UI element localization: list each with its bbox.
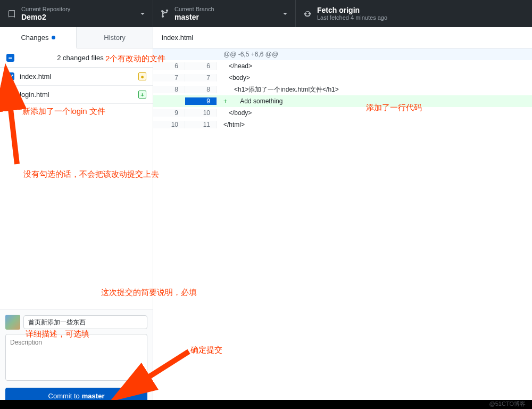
sidebar-tabs: Changes History xyxy=(0,27,153,48)
changed-files-count: 2 changed files xyxy=(14,54,146,62)
file-checkbox[interactable] xyxy=(6,72,14,80)
diff-area: index.html @@ -6,5 +6,6 @@ 6 6 </head> 7… xyxy=(153,27,532,409)
branch-label: Current Branch xyxy=(174,6,214,13)
diff-hunk-header: @@ -6,5 +6,6 @@ xyxy=(153,48,532,60)
tab-changes-label: Changes xyxy=(21,34,48,42)
repo-label: Current Repository xyxy=(21,6,70,13)
bottom-strip xyxy=(0,400,532,409)
chevron-down-icon xyxy=(282,11,288,17)
changed-files-bar: 2 changed files xyxy=(0,48,153,68)
commit-button-branch: master xyxy=(82,392,105,400)
fetch-subtitle: Last fetched 4 minutes ago xyxy=(317,14,387,21)
diff-filename: index.html xyxy=(153,27,532,48)
repo-name: Demo2 xyxy=(21,13,70,22)
commit-summary-input[interactable] xyxy=(23,315,147,329)
diff-line[interactable]: 7 7 <body> xyxy=(153,72,532,84)
diff-line[interactable]: 6 6 </head> xyxy=(153,60,532,72)
sync-icon xyxy=(303,10,312,18)
branch-selector[interactable]: Current Branch master xyxy=(153,0,296,27)
sidebar: Changes History 2 changed files index.ht… xyxy=(0,27,153,409)
status-added-icon: + xyxy=(138,91,146,99)
watermark: @51CTO博客 xyxy=(489,400,526,408)
top-bar: Current Repository Demo2 Current Branch … xyxy=(0,0,532,27)
commit-button-prefix: Commit to xyxy=(48,392,80,400)
commit-panel: Commit to master xyxy=(0,309,153,409)
fetch-origin-button[interactable]: Fetch origin Last fetched 4 minutes ago xyxy=(296,0,532,27)
diff-line[interactable]: 10 11 </html> xyxy=(153,119,532,130)
status-modified-icon: ● xyxy=(138,72,146,80)
file-row-index[interactable]: index.html ● xyxy=(0,68,153,86)
file-name: index.html xyxy=(20,72,138,80)
branch-icon xyxy=(161,10,169,18)
repo-selector[interactable]: Current Repository Demo2 xyxy=(0,0,153,27)
select-all-checkbox[interactable] xyxy=(6,54,14,62)
diff-line[interactable]: 9 10 </body> xyxy=(153,107,532,119)
avatar xyxy=(5,315,20,330)
diff-body: @@ -6,5 +6,6 @@ 6 6 </head> 7 7 <body> 8… xyxy=(153,48,532,130)
check-icon xyxy=(8,74,13,79)
chevron-down-icon xyxy=(140,11,145,17)
file-name: login.html xyxy=(20,91,138,99)
diff-line-added[interactable]: 9 + Add something xyxy=(153,95,532,107)
changes-indicator-dot xyxy=(52,36,55,39)
tab-changes[interactable]: Changes xyxy=(0,27,77,48)
fetch-title: Fetch origin xyxy=(317,6,387,15)
diff-line[interactable]: 8 8 <h1>添加了一个index.html文件</h1> xyxy=(153,84,532,95)
branch-name: master xyxy=(174,13,214,22)
tab-history-label: History xyxy=(104,34,125,42)
repo-icon xyxy=(7,10,16,18)
file-checkbox[interactable] xyxy=(6,91,14,99)
tab-history[interactable]: History xyxy=(77,27,153,48)
commit-description-input[interactable] xyxy=(5,334,147,381)
file-row-login[interactable]: login.html + xyxy=(0,86,153,104)
